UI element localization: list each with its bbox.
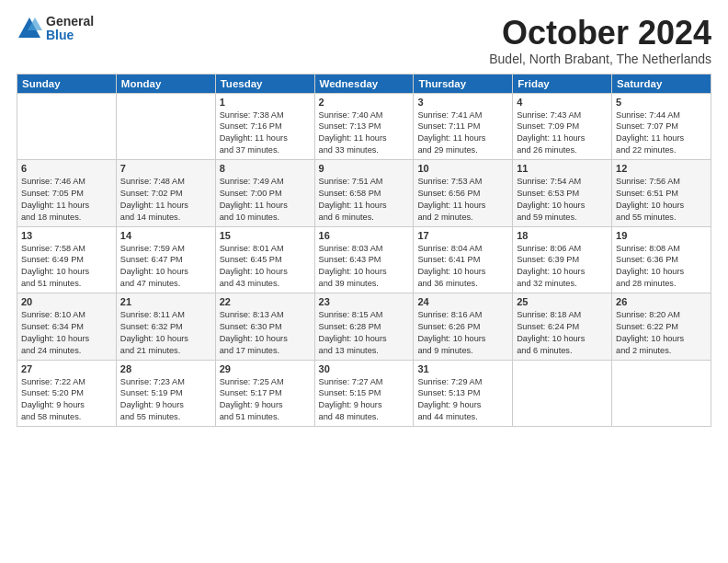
- day-detail: Sunrise: 7:23 AM Sunset: 5:19 PM Dayligh…: [120, 376, 211, 424]
- day-number: 8: [220, 163, 311, 174]
- logo-icon: [17, 16, 42, 41]
- day-number: 27: [21, 363, 112, 374]
- calendar-table: Sunday Monday Tuesday Wednesday Thursday…: [17, 74, 711, 428]
- day-detail: Sunrise: 7:43 AM Sunset: 7:09 PM Dayligh…: [517, 109, 608, 157]
- calendar-header: Sunday Monday Tuesday Wednesday Thursday…: [17, 74, 711, 93]
- day-number: 20: [21, 296, 112, 307]
- day-cell: 18Sunrise: 8:06 AM Sunset: 6:39 PM Dayli…: [513, 226, 612, 293]
- day-cell: 30Sunrise: 7:27 AM Sunset: 5:15 PM Dayli…: [314, 360, 414, 427]
- day-number: 10: [417, 163, 508, 174]
- day-cell: 12Sunrise: 7:56 AM Sunset: 6:51 PM Dayli…: [612, 160, 711, 227]
- day-number: 30: [319, 363, 410, 374]
- calendar-body: 1Sunrise: 7:38 AM Sunset: 7:16 PM Daylig…: [17, 93, 711, 427]
- day-number: 7: [120, 163, 211, 174]
- header-thursday: Thursday: [414, 74, 513, 93]
- day-number: 4: [517, 97, 608, 108]
- day-number: 28: [120, 363, 211, 374]
- day-detail: Sunrise: 7:25 AM Sunset: 5:17 PM Dayligh…: [220, 376, 311, 424]
- logo-blue: Blue: [46, 29, 94, 42]
- day-detail: Sunrise: 7:46 AM Sunset: 7:05 PM Dayligh…: [21, 176, 112, 224]
- day-number: 29: [220, 363, 311, 374]
- day-detail: Sunrise: 7:54 AM Sunset: 6:53 PM Dayligh…: [517, 176, 608, 224]
- day-cell: 26Sunrise: 8:20 AM Sunset: 6:22 PM Dayli…: [612, 293, 711, 361]
- header-tuesday: Tuesday: [215, 74, 314, 93]
- header: General Blue October 2024 Budel, North B…: [17, 15, 711, 66]
- day-number: 21: [120, 296, 211, 307]
- day-number: 24: [417, 296, 508, 307]
- day-cell: 27Sunrise: 7:22 AM Sunset: 5:20 PM Dayli…: [17, 360, 117, 427]
- day-cell: 3Sunrise: 7:41 AM Sunset: 7:11 PM Daylig…: [414, 93, 513, 160]
- day-detail: Sunrise: 7:53 AM Sunset: 6:56 PM Dayligh…: [417, 176, 508, 224]
- day-cell: 11Sunrise: 7:54 AM Sunset: 6:53 PM Dayli…: [513, 160, 612, 227]
- day-cell: 8Sunrise: 7:49 AM Sunset: 7:00 PM Daylig…: [215, 160, 314, 227]
- day-cell: 7Sunrise: 7:48 AM Sunset: 7:02 PM Daylig…: [116, 160, 215, 227]
- day-cell: 16Sunrise: 8:03 AM Sunset: 6:43 PM Dayli…: [314, 226, 414, 293]
- day-detail: Sunrise: 8:13 AM Sunset: 6:30 PM Dayligh…: [220, 309, 311, 357]
- header-sunday: Sunday: [17, 74, 117, 93]
- day-cell: 4Sunrise: 7:43 AM Sunset: 7:09 PM Daylig…: [513, 93, 612, 160]
- day-cell: [116, 93, 215, 160]
- day-cell: 23Sunrise: 8:15 AM Sunset: 6:28 PM Dayli…: [314, 293, 414, 361]
- day-cell: 31Sunrise: 7:29 AM Sunset: 5:13 PM Dayli…: [414, 360, 513, 427]
- day-detail: Sunrise: 8:15 AM Sunset: 6:28 PM Dayligh…: [319, 309, 410, 357]
- day-cell: 22Sunrise: 8:13 AM Sunset: 6:30 PM Dayli…: [215, 293, 314, 361]
- day-cell: [612, 360, 711, 427]
- day-detail: Sunrise: 7:27 AM Sunset: 5:15 PM Dayligh…: [319, 376, 410, 424]
- week-row-4: 20Sunrise: 8:10 AM Sunset: 6:34 PM Dayli…: [17, 293, 711, 361]
- title-block: October 2024 Budel, North Brabant, The N…: [489, 15, 711, 66]
- day-number: 3: [417, 97, 508, 108]
- day-detail: Sunrise: 7:41 AM Sunset: 7:11 PM Dayligh…: [417, 109, 508, 157]
- calendar-title: October 2024: [489, 15, 711, 52]
- day-number: 26: [616, 296, 707, 307]
- day-cell: 24Sunrise: 8:16 AM Sunset: 6:26 PM Dayli…: [414, 293, 513, 361]
- day-detail: Sunrise: 7:49 AM Sunset: 7:00 PM Dayligh…: [220, 176, 311, 224]
- calendar-subtitle: Budel, North Brabant, The Netherlands: [489, 52, 711, 66]
- day-detail: Sunrise: 7:58 AM Sunset: 6:49 PM Dayligh…: [21, 243, 112, 291]
- day-number: 14: [120, 230, 211, 241]
- day-cell: 9Sunrise: 7:51 AM Sunset: 6:58 PM Daylig…: [314, 160, 414, 227]
- day-detail: Sunrise: 8:04 AM Sunset: 6:41 PM Dayligh…: [417, 243, 508, 291]
- day-detail: Sunrise: 7:29 AM Sunset: 5:13 PM Dayligh…: [417, 376, 508, 424]
- header-saturday: Saturday: [612, 74, 711, 93]
- day-detail: Sunrise: 8:01 AM Sunset: 6:45 PM Dayligh…: [220, 243, 311, 291]
- week-row-5: 27Sunrise: 7:22 AM Sunset: 5:20 PM Dayli…: [17, 360, 711, 427]
- day-cell: 2Sunrise: 7:40 AM Sunset: 7:13 PM Daylig…: [314, 93, 414, 160]
- day-number: 15: [220, 230, 311, 241]
- day-number: 5: [616, 97, 707, 108]
- day-detail: Sunrise: 7:44 AM Sunset: 7:07 PM Dayligh…: [616, 109, 707, 157]
- week-row-2: 6Sunrise: 7:46 AM Sunset: 7:05 PM Daylig…: [17, 160, 711, 227]
- day-number: 9: [319, 163, 410, 174]
- logo-general: General: [46, 15, 94, 29]
- day-detail: Sunrise: 7:56 AM Sunset: 6:51 PM Dayligh…: [616, 176, 707, 224]
- day-cell: [513, 360, 612, 427]
- day-number: 23: [319, 296, 410, 307]
- day-detail: Sunrise: 8:10 AM Sunset: 6:34 PM Dayligh…: [21, 309, 112, 357]
- day-cell: 13Sunrise: 7:58 AM Sunset: 6:49 PM Dayli…: [17, 226, 117, 293]
- header-monday: Monday: [116, 74, 215, 93]
- day-number: 31: [417, 363, 508, 374]
- header-friday: Friday: [513, 74, 612, 93]
- day-detail: Sunrise: 7:38 AM Sunset: 7:16 PM Dayligh…: [220, 109, 311, 157]
- day-detail: Sunrise: 7:22 AM Sunset: 5:20 PM Dayligh…: [21, 376, 112, 424]
- day-cell: 29Sunrise: 7:25 AM Sunset: 5:17 PM Dayli…: [215, 360, 314, 427]
- day-cell: 25Sunrise: 8:18 AM Sunset: 6:24 PM Dayli…: [513, 293, 612, 361]
- day-cell: 17Sunrise: 8:04 AM Sunset: 6:41 PM Dayli…: [414, 226, 513, 293]
- day-number: 16: [319, 230, 410, 241]
- day-number: 18: [517, 230, 608, 241]
- day-detail: Sunrise: 8:18 AM Sunset: 6:24 PM Dayligh…: [517, 309, 608, 357]
- day-cell: [17, 93, 117, 160]
- header-wednesday: Wednesday: [314, 74, 414, 93]
- day-number: 11: [517, 163, 608, 174]
- day-number: 17: [417, 230, 508, 241]
- logo: General Blue: [17, 15, 94, 43]
- day-detail: Sunrise: 8:03 AM Sunset: 6:43 PM Dayligh…: [319, 243, 410, 291]
- day-number: 25: [517, 296, 608, 307]
- day-detail: Sunrise: 8:20 AM Sunset: 6:22 PM Dayligh…: [616, 309, 707, 357]
- day-cell: 20Sunrise: 8:10 AM Sunset: 6:34 PM Dayli…: [17, 293, 117, 361]
- day-number: 19: [616, 230, 707, 241]
- day-number: 6: [21, 163, 112, 174]
- logo-text: General Blue: [46, 15, 94, 43]
- day-number: 22: [220, 296, 311, 307]
- day-detail: Sunrise: 7:48 AM Sunset: 7:02 PM Dayligh…: [120, 176, 211, 224]
- day-detail: Sunrise: 8:11 AM Sunset: 6:32 PM Dayligh…: [120, 309, 211, 357]
